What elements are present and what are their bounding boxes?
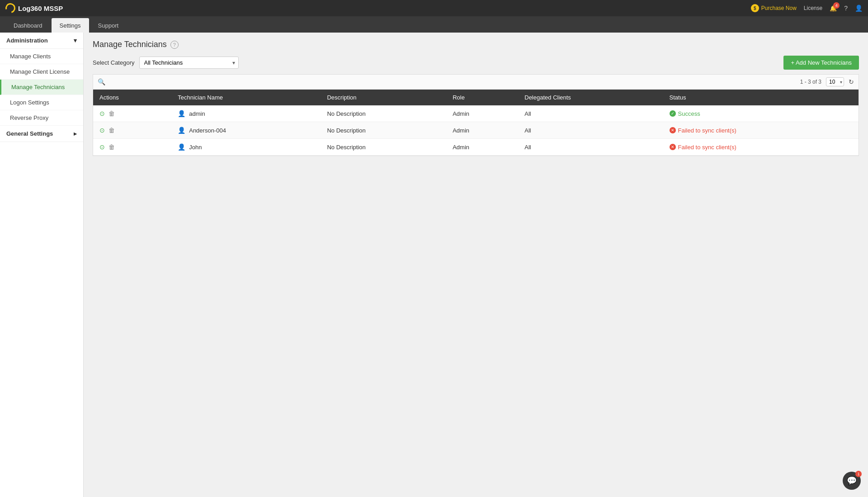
- person-icon: 👤: [178, 110, 185, 117]
- status-cell: Success: [670, 110, 852, 117]
- select-category-section: Select Category All Technicians ▾: [93, 57, 239, 69]
- cell-status: Failed to sync client(s): [663, 122, 859, 139]
- tab-settings[interactable]: Settings: [52, 18, 89, 33]
- col-status: Status: [663, 90, 859, 105]
- col-description: Description: [321, 90, 446, 105]
- category-select[interactable]: All Technicians: [139, 57, 239, 69]
- delete-icon[interactable]: 🗑: [108, 143, 115, 151]
- status-label: Success: [678, 110, 700, 117]
- main-layout: Administration ▾ Manage Clients Manage C…: [0, 33, 868, 497]
- technician-name-cell: 👤 Anderson-004: [178, 127, 314, 134]
- table-row: ⊙ 🗑 👤 admin No Description Admin All Suc…: [93, 105, 859, 122]
- sidebar-general-settings-label: General Settings: [6, 130, 53, 137]
- refresh-icon[interactable]: ↻: [849, 78, 854, 85]
- cell-role: Admin: [446, 139, 518, 156]
- status-cell: Failed to sync client(s): [670, 127, 852, 134]
- technicians-table: Actions Technician Name Description Role…: [93, 90, 859, 156]
- pagination-info: 1 - 3 of 3: [800, 79, 821, 85]
- cell-delegated-clients: All: [518, 122, 663, 139]
- cell-technician-name: 👤 admin: [171, 105, 321, 122]
- technician-name-cell: 👤 admin: [178, 110, 314, 117]
- notification-badge: 4: [833, 2, 840, 9]
- chevron-right-icon: ▸: [74, 130, 77, 137]
- cell-role: Admin: [446, 105, 518, 122]
- table-header-row: Actions Technician Name Description Role…: [93, 90, 859, 105]
- status-label: Failed to sync client(s): [678, 144, 736, 151]
- purchase-icon: $: [751, 4, 759, 12]
- top-navigation: Log360 MSSP $ Purchase Now License 🔔 4 ?…: [0, 0, 868, 16]
- table-toolbar: 🔍 1 - 3 of 3 10 25 50 ▾ ↻: [93, 75, 859, 90]
- search-icon[interactable]: 🔍: [98, 78, 105, 85]
- cell-delegated-clients: All: [518, 139, 663, 156]
- user-avatar-icon[interactable]: 👤: [855, 5, 863, 12]
- action-icons: ⊙ 🗑: [99, 127, 165, 134]
- main-content: Manage Technicians ? Select Category All…: [84, 33, 868, 497]
- page-help-icon[interactable]: ?: [170, 41, 179, 49]
- sidebar: Administration ▾ Manage Clients Manage C…: [0, 33, 84, 497]
- technician-name-label: John: [189, 144, 202, 151]
- tab-dashboard[interactable]: Dashboard: [5, 18, 51, 33]
- sidebar-general-settings-header[interactable]: General Settings ▸: [0, 126, 83, 142]
- cell-actions: ⊙ 🗑: [93, 122, 171, 139]
- category-select-wrapper: All Technicians ▾: [139, 57, 239, 69]
- sidebar-item-logon-settings[interactable]: Logon Settings: [0, 95, 83, 110]
- tab-support[interactable]: Support: [90, 18, 127, 33]
- cell-delegated-clients: All: [518, 105, 663, 122]
- sidebar-item-manage-clients[interactable]: Manage Clients: [0, 49, 83, 64]
- per-page-select[interactable]: 10 25 50: [826, 77, 844, 86]
- delete-icon[interactable]: 🗑: [108, 127, 115, 134]
- page-title: Manage Technicians: [93, 40, 167, 49]
- action-icons: ⊙ 🗑: [99, 143, 165, 151]
- select-category-label: Select Category: [93, 59, 135, 66]
- sidebar-administration-section: Administration ▾ Manage Clients Manage C…: [0, 33, 83, 126]
- app-logo: Log360 MSSP: [5, 3, 63, 13]
- sidebar-administration-header[interactable]: Administration ▾: [0, 33, 83, 49]
- person-icon: 👤: [178, 127, 185, 134]
- status-dot-failed-icon: [670, 127, 676, 133]
- technician-name-cell: 👤 John: [178, 143, 314, 151]
- logo-arc-icon: [4, 1, 17, 15]
- technicians-table-section: 🔍 1 - 3 of 3 10 25 50 ▾ ↻: [93, 74, 859, 156]
- status-label: Failed to sync client(s): [678, 127, 736, 134]
- page-header: Manage Technicians ?: [93, 40, 859, 49]
- action-icons: ⊙ 🗑: [99, 110, 165, 117]
- chat-button[interactable]: 💬 1: [843, 472, 861, 490]
- license-link[interactable]: License: [804, 5, 822, 11]
- tab-bar: Dashboard Settings Support: [0, 16, 868, 33]
- chevron-down-icon: ▾: [74, 37, 77, 44]
- col-delegated-clients: Delegated Clients: [518, 90, 663, 105]
- technician-name-label: admin: [189, 110, 205, 117]
- cell-description: No Description: [321, 139, 446, 156]
- cell-role: Admin: [446, 122, 518, 139]
- status-cell: Failed to sync client(s): [670, 144, 852, 151]
- notification-bell-icon[interactable]: 🔔 4: [830, 5, 837, 12]
- activate-icon[interactable]: ⊙: [99, 110, 105, 117]
- cell-description: No Description: [321, 122, 446, 139]
- activate-icon[interactable]: ⊙: [99, 143, 105, 151]
- sidebar-item-manage-client-license[interactable]: Manage Client License: [0, 64, 83, 80]
- add-new-technicians-button[interactable]: + Add New Technicians: [783, 56, 859, 70]
- help-icon[interactable]: ?: [844, 5, 848, 12]
- top-nav-right: $ Purchase Now License 🔔 4 ? 👤: [751, 4, 863, 12]
- cell-actions: ⊙ 🗑: [93, 105, 171, 122]
- purchase-now-label: Purchase Now: [761, 5, 797, 11]
- sidebar-item-manage-technicians[interactable]: Manage Technicians: [0, 80, 83, 95]
- cell-technician-name: 👤 John: [171, 139, 321, 156]
- controls-row: Select Category All Technicians ▾ + Add …: [93, 56, 859, 70]
- cell-description: No Description: [321, 105, 446, 122]
- col-role: Role: [446, 90, 518, 105]
- purchase-now-button[interactable]: $ Purchase Now: [751, 4, 797, 12]
- chat-badge: 1: [855, 471, 862, 477]
- per-page-wrapper: 10 25 50 ▾: [826, 77, 844, 86]
- table-pagination: 1 - 3 of 3 10 25 50 ▾ ↻: [800, 77, 854, 86]
- cell-status: Failed to sync client(s): [663, 139, 859, 156]
- delete-icon[interactable]: 🗑: [108, 110, 115, 117]
- technician-name-label: Anderson-004: [189, 127, 226, 134]
- col-technician-name: Technician Name: [171, 90, 321, 105]
- activate-icon[interactable]: ⊙: [99, 127, 105, 134]
- sidebar-item-reverse-proxy[interactable]: Reverse Proxy: [0, 110, 83, 126]
- status-dot-success-icon: [670, 110, 676, 117]
- cell-technician-name: 👤 Anderson-004: [171, 122, 321, 139]
- table-row: ⊙ 🗑 👤 Anderson-004 No Description Admin …: [93, 122, 859, 139]
- person-icon: 👤: [178, 143, 185, 151]
